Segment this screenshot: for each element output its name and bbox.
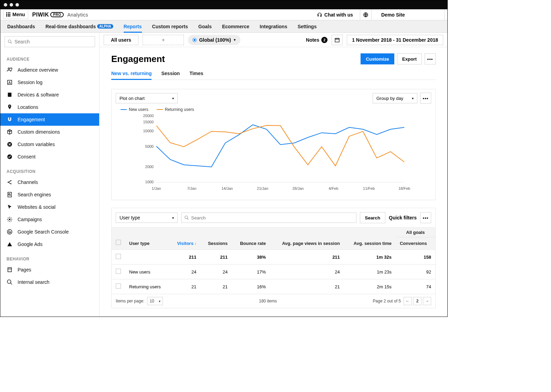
checkbox-all[interactable] (116, 240, 121, 245)
svg-point-48 (185, 216, 188, 219)
page-current[interactable]: 2 (413, 297, 422, 305)
page-info: Page 2 out of 5 (373, 299, 401, 303)
group-by-dropdown[interactable]: Group by day▾ (373, 93, 417, 103)
date-range[interactable]: 1 November 2018 - 31 December 2018 (347, 35, 443, 45)
device-icon (7, 92, 13, 98)
tab-integrations[interactable]: Integrations (260, 20, 287, 32)
col-user-type[interactable]: User type (125, 228, 170, 250)
svg-rect-12 (8, 192, 12, 197)
site-selector[interactable]: Demo Site (376, 9, 445, 20)
row-checkbox[interactable] (116, 283, 121, 289)
col-avg-pv[interactable]: Avg. page views in session (270, 228, 344, 250)
row-checkbox[interactable] (116, 269, 121, 274)
site-switcher-icon[interactable] (360, 9, 372, 20)
segment-add[interactable]: + (143, 35, 184, 45)
sidebar-search-input[interactable] (14, 39, 92, 44)
plot-on-chart-dropdown[interactable]: Plot on chart▾ (116, 93, 178, 103)
sidebar-item-devices-software[interactable]: Devices & software (0, 89, 99, 101)
svg-line-20 (8, 218, 9, 218)
sidebar-item-channels[interactable]: Channels (0, 176, 99, 188)
search-icon (8, 39, 12, 44)
sidebar-item-engagement[interactable]: Engagement (0, 113, 99, 126)
sidebar-item-label: Google Ads (18, 241, 42, 247)
check-icon (7, 154, 13, 160)
tab-reports[interactable]: Reports (124, 20, 142, 32)
tab-ecommerce[interactable]: Ecommerce (222, 20, 249, 32)
table-search[interactable] (181, 213, 356, 223)
sidebar-item-label: Audience overview (18, 67, 58, 73)
sidebar-item-label: Campaigns (18, 217, 42, 222)
window-dot (4, 3, 7, 7)
svg-text:14/Jan: 14/Jan (221, 186, 233, 190)
sidebar-item-audience-overview[interactable]: Audience overview (0, 64, 99, 76)
tab-dashboards[interactable]: Dashboards (7, 20, 35, 32)
menu-button[interactable]: Menu (3, 10, 28, 19)
cell-visitors: 211 (170, 250, 201, 265)
gcircle-icon (7, 229, 13, 235)
tab-realtime[interactable]: Real-time dashboardsALPHA (45, 20, 113, 32)
page-prev[interactable]: ← (404, 297, 412, 305)
sidebar-item-custom-dimensions[interactable]: Custom dimensions (0, 126, 99, 138)
search-button[interactable]: Search (360, 212, 385, 223)
sidebar-item-websites-social[interactable]: Websites & social (0, 201, 99, 213)
sidebar-item-label: Internal search (18, 279, 50, 285)
cell-bounce: 16% (232, 279, 270, 294)
segment-all-users[interactable]: All users (104, 35, 138, 45)
burst-icon (7, 216, 13, 223)
customize-button[interactable]: Customize (361, 53, 394, 64)
col-conversions[interactable]: Conversions (396, 237, 435, 250)
notes-button[interactable]: Notes 2 (306, 37, 328, 43)
user-type-dropdown[interactable]: User type▾ (116, 213, 178, 223)
sidebar-search[interactable] (4, 36, 95, 47)
export-button[interactable]: Export (397, 53, 422, 64)
sidebar-item-internal-search[interactable]: Internal search (0, 276, 99, 288)
chart-legend: New users Returning users (112, 104, 435, 112)
svg-rect-25 (8, 268, 12, 272)
sidebar-item-label: Custom dimensions (18, 129, 60, 135)
calendar-button[interactable] (332, 35, 343, 45)
subtab-session[interactable]: Session (161, 67, 180, 80)
col-visitors[interactable]: Visitors ↕ (170, 228, 201, 250)
page-next[interactable]: → (423, 297, 431, 305)
col-sessions[interactable]: Sessions (200, 228, 232, 250)
svg-point-27 (7, 280, 11, 283)
row-checkbox[interactable] (116, 254, 121, 259)
svg-text:1000: 1000 (145, 180, 154, 184)
table-more-button[interactable]: ••• (420, 212, 431, 223)
cell-sessions: 24 (200, 265, 232, 279)
sidebar-heading: ACQUISITION (0, 169, 99, 176)
tab-custom-reports[interactable]: Custom reports (152, 20, 188, 32)
more-button[interactable]: ••• (425, 53, 436, 64)
tab-settings[interactable]: Settings (298, 20, 316, 32)
quick-filters-button[interactable]: Quick filters (389, 215, 417, 220)
table-search-input[interactable] (191, 215, 353, 220)
col-avg-time[interactable]: Avg. session time (344, 228, 396, 250)
col-bounce[interactable]: Bounce rate (232, 228, 270, 250)
svg-text:5000: 5000 (145, 144, 154, 148)
sidebar-item-campaigns[interactable]: Campaigns (0, 213, 99, 226)
sidebar-item-custom-variables[interactable]: Custom variables (0, 138, 99, 151)
sidebar-item-session-log[interactable]: Session log (0, 76, 99, 89)
sidebar-item-search-engines[interactable]: Search engines (0, 188, 99, 201)
subtab-times[interactable]: Times (189, 67, 203, 80)
sidebar-item-google-ads[interactable]: Google Ads (0, 238, 99, 250)
notes-count: 2 (321, 37, 328, 43)
sidebar-item-google-search-console[interactable]: Google Search Console (0, 226, 99, 238)
segment-global[interactable]: Global (100%) ▾ (188, 35, 240, 45)
svg-text:11/Feb: 11/Feb (363, 186, 375, 190)
magnet-icon (7, 116, 13, 123)
svg-point-6 (9, 106, 10, 107)
menu-label: Menu (12, 12, 25, 17)
chart-more-button[interactable]: ••• (420, 93, 431, 104)
sidebar-item-label: Channels (18, 179, 38, 185)
tab-goals[interactable]: Goals (198, 20, 212, 32)
items-per-page-select[interactable]: 10▾ (147, 297, 163, 305)
svg-text:7/Jan: 7/Jan (187, 186, 196, 190)
chat-button[interactable]: Chat with us (314, 12, 356, 18)
subtab-new-returning[interactable]: New vs. returning (111, 67, 152, 80)
chevron-down-icon: ▾ (234, 38, 236, 42)
sidebar-item-locations[interactable]: Locations (0, 101, 99, 113)
sidebar-item-consent[interactable]: Consent (0, 151, 99, 163)
sidebar-item-pages[interactable]: Pages (0, 264, 99, 276)
svg-line-21 (11, 220, 11, 221)
